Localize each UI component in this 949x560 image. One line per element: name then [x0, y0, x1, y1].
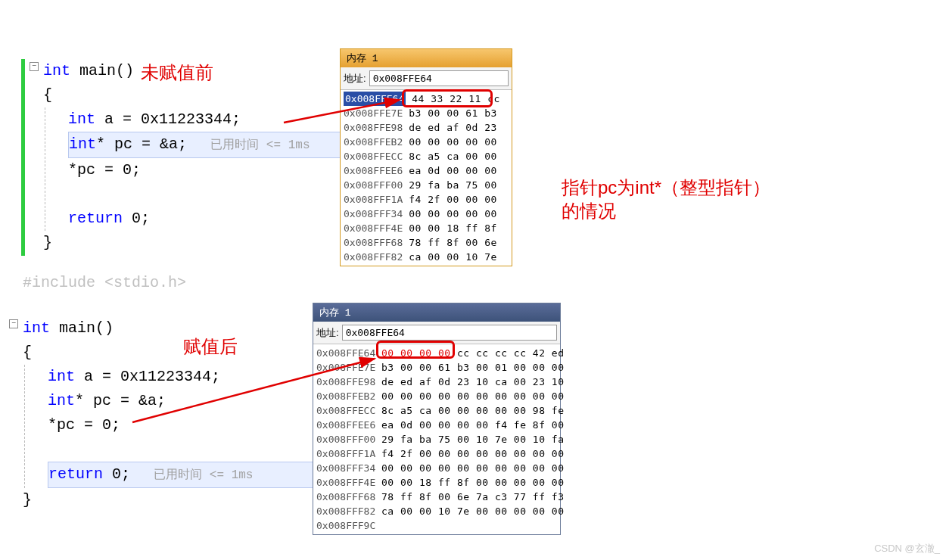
- memory-row: 0x008FFF6878 ff 8f 00 6e 7a c3 77 ff f3: [316, 490, 557, 504]
- memory-row: 0x008FFECC8c a5 ca 00 00: [344, 149, 509, 163]
- memory-row: 0x008FFF6878 ff 8f 00 6e: [344, 235, 509, 250]
- code-line-fn: int main(): [23, 316, 114, 341]
- code-line-fn: int main(): [43, 59, 134, 83]
- fold-icon[interactable]: −: [30, 62, 39, 71]
- memory-row: 0x008FFEE6ea 0d 00 00 00: [344, 163, 509, 178]
- code-line: int a = 0x11223344;: [48, 365, 335, 389]
- memory-row: 0x008FFF1Af4 2f 00 00 00: [344, 192, 509, 207]
- code-line-brace-close: }: [43, 231, 356, 255]
- memory-row: 0x008FFF9C: [316, 518, 557, 533]
- code-line: *pc = 0;: [48, 413, 335, 437]
- memory-row: 0x008FFF3400 00 00 00 00 00 00 00 00 00: [316, 461, 557, 475]
- memory-row: 0x008FFF0029 fa ba 75 00: [344, 178, 509, 192]
- memory-row: 0x008FFF82ca 00 00 10 7e: [344, 250, 509, 264]
- memory-row: 0x008FFF4E00 00 18 ff 8f: [344, 221, 509, 235]
- memory-row: 0x008FFEB200 00 00 00 00 00 00 00 00 00: [316, 389, 557, 403]
- code-line-brace-close: }: [23, 488, 335, 512]
- memory-address-bar: 地址:: [341, 67, 512, 90]
- code-block-after: − int main() { int a = 0x11223344; int* …: [9, 316, 335, 512]
- memory-body: 0x008FFE6444 33 22 11 cc0x008FFE7Eb3 00 …: [341, 90, 512, 266]
- annotation-before-label: 未赋值前: [141, 61, 213, 84]
- memory-address-input[interactable]: [342, 325, 557, 341]
- code-line: int a = 0x11223344;: [68, 107, 356, 132]
- code-line: int* pc = &a;: [48, 389, 335, 413]
- code-line: return 0;: [68, 207, 356, 231]
- annotation-explanation: 指针pc为int*（整型指针） 的情况: [562, 176, 770, 222]
- memory-row: 0x008FFF4E00 00 18 ff 8f 00 00 00 00 00: [316, 475, 557, 490]
- watermark: CSDN @玄澈_: [874, 542, 940, 555]
- memory-row: 0x008FFE98de ed af 0d 23 10 ca 00 23 10: [316, 375, 557, 389]
- memory-address-input[interactable]: [369, 70, 509, 86]
- code-line: *pc = 0;: [68, 158, 356, 182]
- memory-row: 0x008FFF82ca 00 00 10 7e 00 00 00 00 00: [316, 504, 557, 518]
- memory-address-label: 地址:: [316, 326, 339, 340]
- code-line-brace-open: {: [23, 341, 335, 365]
- code-block-before: − int main() { int a = 0x11223344; int* …: [21, 59, 356, 256]
- annotation-highlight-box: [402, 89, 493, 107]
- memory-row: 0x008FFEE6ea 0d 00 00 00 00 f4 fe 8f 00: [316, 418, 557, 432]
- memory-row: 0x008FFE7Eb3 00 00 61 b3: [344, 106, 509, 120]
- memory-window-after: 内存 1 地址: 0x008FFE6400 00 00 00 cc cc cc …: [313, 303, 561, 535]
- memory-address-label: 地址:: [344, 72, 366, 86]
- code-change-bar: [21, 59, 25, 256]
- memory-window-title[interactable]: 内存 1: [341, 49, 512, 67]
- memory-row: 0x008FFE7Eb3 00 00 61 b3 00 01 00 00 00: [316, 360, 557, 375]
- memory-window-title[interactable]: 内存 1: [313, 303, 560, 322]
- fold-icon[interactable]: −: [9, 319, 18, 328]
- annotation-after-label: 赋值后: [183, 334, 238, 358]
- code-line-include-dim: #include <stdio.h>: [23, 274, 186, 291]
- annotation-highlight-box: [376, 341, 455, 359]
- current-exec-line: int* pc = &a; 已用时间 <= 1ms: [68, 132, 356, 158]
- memory-row: 0x008FFF0029 fa ba 75 00 10 7e 00 10 fa: [316, 432, 557, 446]
- current-exec-line: return 0; 已用时间 <= 1ms: [48, 462, 335, 488]
- memory-row: 0x008FFF3400 00 00 00 00: [344, 207, 509, 221]
- code-line-brace-open: {: [43, 83, 356, 107]
- memory-row: 0x008FFEB200 00 00 00 00: [344, 135, 509, 149]
- memory-row: 0x008FFE98de ed af 0d 23: [344, 120, 509, 135]
- memory-window-before: 内存 1 地址: 0x008FFE6444 33 22 11 cc0x008FF…: [340, 48, 512, 266]
- memory-row: 0x008FFF1Af4 2f 00 00 00 00 00 00 00 00: [316, 446, 557, 461]
- memory-row: 0x008FFECC8c a5 ca 00 00 00 00 00 98 fe: [316, 403, 557, 418]
- memory-body: 0x008FFE6400 00 00 00 cc cc cc cc 42 ed0…: [313, 344, 560, 534]
